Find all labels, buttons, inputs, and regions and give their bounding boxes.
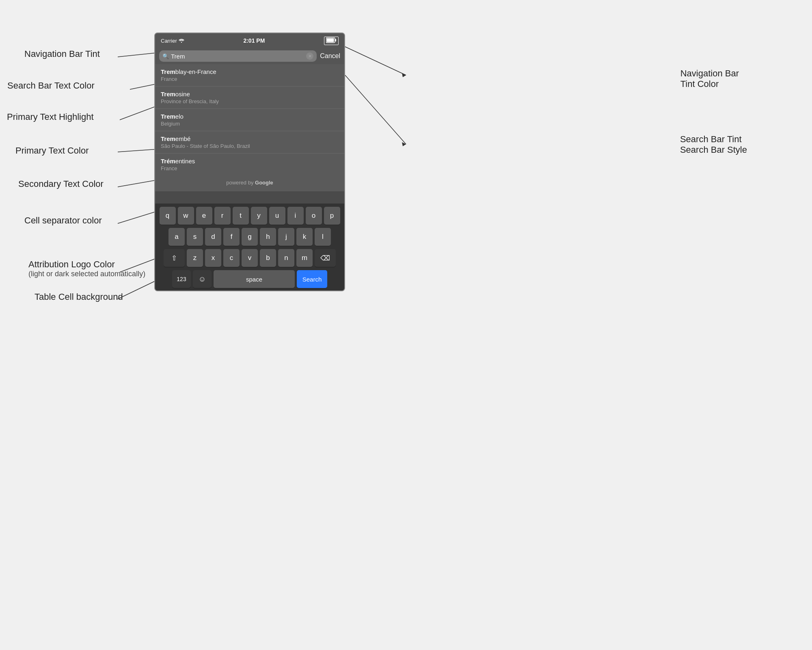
result-item-3[interactable]: Tremembé São Paulo - State of São Paulo,…	[155, 131, 344, 154]
keyboard-row-4: 123 ☺ space Search	[157, 270, 343, 288]
result-primary-1: Tremosine	[161, 91, 339, 98]
result-primary-2: Tremelo	[161, 113, 339, 120]
key-b[interactable]: b	[260, 249, 276, 267]
attribution-logo-color-label: Attribution Logo Color (light or dark se…	[28, 259, 145, 278]
status-time: 2:01 PM	[243, 37, 265, 44]
key-k[interactable]: k	[296, 228, 313, 246]
result-secondary-4: France	[161, 165, 339, 171]
svg-line-18	[345, 75, 406, 144]
search-bar-text-color-label: Search Bar Text Color	[7, 80, 95, 91]
result-primary-0: Tremblay-en-France	[161, 68, 339, 75]
nav-bar-tint-color-right-label: Navigation Bar Tint Color	[680, 68, 739, 89]
secondary-text-color-label: Secondary Text Color	[18, 179, 104, 189]
key-o[interactable]: o	[306, 207, 322, 225]
wifi-icon	[179, 39, 184, 43]
keyboard-row-3: ⇧ z x c v b n m ⌫	[157, 249, 343, 267]
keyboard-row-1: q w e r t y u i o p	[157, 207, 343, 225]
key-z[interactable]: z	[187, 249, 203, 267]
result-item-2[interactable]: Tremelo Belgium	[155, 109, 344, 131]
battery-svg	[326, 37, 337, 43]
search-icon: 🔍	[162, 53, 169, 59]
key-emoji[interactable]: ☺	[193, 270, 212, 288]
result-item-1[interactable]: Tremosine Province of Brescia, Italy	[155, 87, 344, 109]
carrier-text: Carrier	[161, 38, 184, 44]
battery-icon	[324, 37, 339, 45]
attribution-prefix: powered by	[226, 180, 255, 186]
key-n[interactable]: n	[278, 249, 294, 267]
key-v[interactable]: v	[242, 249, 258, 267]
result-secondary-3: São Paulo - State of São Paulo, Brazil	[161, 143, 339, 149]
key-f[interactable]: f	[223, 228, 240, 246]
result-primary-3: Tremembé	[161, 135, 339, 142]
result-secondary-1: Province of Brescia, Italy	[161, 98, 339, 104]
phone-screen: Carrier 2:01 PM 🔍 Trem	[154, 32, 345, 291]
key-g[interactable]: g	[242, 228, 258, 246]
svg-marker-19	[402, 142, 406, 146]
svg-marker-17	[402, 73, 406, 77]
result-item-0[interactable]: Tremblay-en-France France	[155, 64, 344, 87]
key-a[interactable]: a	[168, 228, 185, 246]
key-y[interactable]: y	[251, 207, 267, 225]
key-c[interactable]: c	[223, 249, 240, 267]
search-clear-button[interactable]: ✕	[306, 52, 313, 60]
key-shift[interactable]: ⇧	[164, 249, 185, 267]
search-bar[interactable]: 🔍 Trem ✕ Cancel	[155, 48, 344, 64]
result-highlight-3: Trem	[161, 135, 175, 142]
primary-text-highlight-label: Primary Text Highlight	[7, 112, 94, 122]
keyboard: q w e r t y u i o p a s d f g h j k	[155, 204, 344, 290]
result-highlight-2: Trem	[161, 113, 175, 120]
nav-bar-tint-label: Navigation Bar Tint	[24, 49, 100, 59]
table-cell-bg-label: Table Cell background	[35, 292, 123, 302]
result-rest-3: embé	[175, 135, 191, 142]
results-list: Tremblay-en-France France Tremosine Prov…	[155, 64, 344, 176]
primary-text-color-label: Primary Text Color	[15, 145, 89, 156]
key-numbers[interactable]: 123	[172, 270, 191, 288]
search-input-wrapper[interactable]: 🔍 Trem ✕	[159, 50, 317, 62]
result-secondary-0: France	[161, 76, 339, 82]
svg-line-16	[345, 47, 406, 75]
key-delete[interactable]: ⌫	[315, 249, 336, 267]
keyboard-row-2: a s d f g h j k l	[157, 228, 343, 246]
svg-point-20	[181, 42, 182, 43]
key-search[interactable]: Search	[297, 270, 327, 288]
key-p[interactable]: p	[324, 207, 340, 225]
key-w[interactable]: w	[178, 207, 194, 225]
result-highlight-0: Trem	[161, 68, 175, 75]
cell-separator-color-label: Cell separator color	[24, 215, 102, 226]
key-j[interactable]: j	[278, 228, 294, 246]
key-space[interactable]: space	[214, 270, 295, 288]
annotation-lines	[0, 0, 812, 650]
search-input-text: Trem	[171, 53, 304, 60]
result-primary-4: Trémentines	[161, 158, 339, 165]
result-highlight-1: Trem	[161, 91, 175, 98]
svg-rect-22	[335, 39, 337, 41]
result-secondary-2: Belgium	[161, 121, 339, 127]
key-x[interactable]: x	[205, 249, 221, 267]
svg-rect-23	[327, 38, 334, 42]
key-i[interactable]: i	[287, 207, 304, 225]
key-q[interactable]: q	[160, 207, 176, 225]
status-bar: Carrier 2:01 PM	[155, 33, 344, 48]
result-rest-2: elo	[175, 113, 184, 120]
key-s[interactable]: s	[187, 228, 203, 246]
result-rest-1: osine	[175, 91, 190, 98]
key-u[interactable]: u	[269, 207, 285, 225]
key-l[interactable]: l	[315, 228, 331, 246]
result-rest-4: entines	[175, 158, 195, 165]
result-highlight-4: Trém	[161, 158, 175, 165]
phone-mockup: Carrier 2:01 PM 🔍 Trem	[154, 32, 345, 291]
search-bar-tint-style-label: Search Bar Tint Search Bar Style	[680, 134, 747, 155]
cancel-button[interactable]: Cancel	[320, 52, 340, 60]
key-t[interactable]: t	[233, 207, 249, 225]
key-r[interactable]: r	[214, 207, 231, 225]
result-item-4[interactable]: Trémentines France	[155, 154, 344, 176]
key-d[interactable]: d	[205, 228, 221, 246]
key-e[interactable]: e	[196, 207, 212, 225]
attribution-bar: powered by Google	[155, 176, 344, 191]
table-cell-background	[155, 191, 344, 204]
key-h[interactable]: h	[260, 228, 276, 246]
attribution-brand: Google	[255, 180, 273, 186]
key-m[interactable]: m	[296, 249, 313, 267]
result-rest-0: blay-en-France	[175, 68, 216, 75]
